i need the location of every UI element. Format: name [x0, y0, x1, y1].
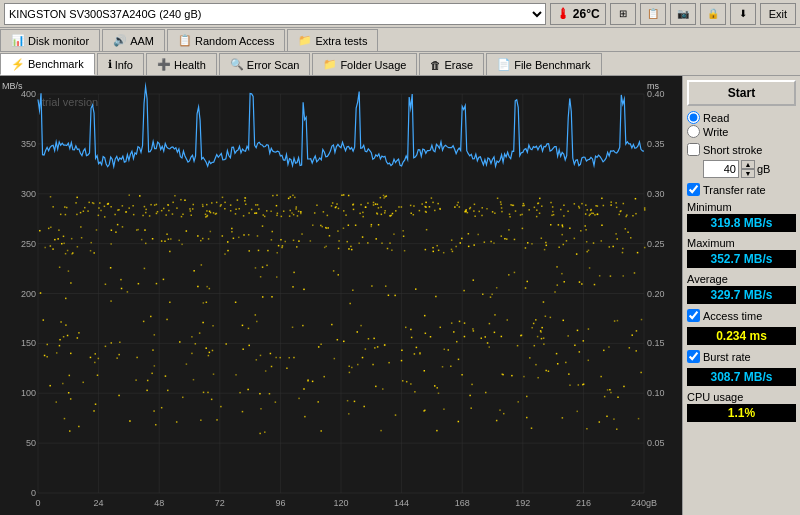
write-radio-label[interactable]: Write: [687, 125, 796, 138]
tab-error-scan[interactable]: 🔍 Error Scan: [219, 53, 311, 75]
tab-folder-usage[interactable]: 📁 Folder Usage: [312, 53, 417, 75]
access-time-value: 0.234 ms: [687, 327, 796, 345]
tab-extra-tests[interactable]: 📁 Extra tests: [287, 29, 378, 51]
tab-health[interactable]: ➕ Health: [146, 53, 217, 75]
stroke-down-btn[interactable]: ▼: [741, 169, 755, 178]
drive-select[interactable]: KINGSTON SV300S37A240G (240 gB): [4, 3, 546, 25]
tab-erase[interactable]: 🗑 Erase: [419, 53, 484, 75]
benchmark-chart: [0, 76, 682, 515]
tab-disk-monitor[interactable]: 📊 Disk monitor: [0, 29, 100, 51]
access-time-checkbox[interactable]: [687, 309, 700, 322]
tab-bar-2: ⚡ Benchmark ℹ Info ➕ Health 🔍 Error Scan…: [0, 52, 800, 76]
folder-usage-icon: 📁: [323, 58, 337, 71]
transfer-rate-checkbox[interactable]: [687, 183, 700, 196]
temperature-display: 🌡 26°C: [550, 3, 606, 25]
info-icon: ℹ: [108, 58, 112, 71]
chart-area: [0, 76, 682, 515]
burst-rate-section: 308.7 MB/s: [687, 368, 796, 386]
tab-file-benchmark[interactable]: 📄 File Benchmark: [486, 53, 601, 75]
extra-tests-icon: 📁: [298, 34, 312, 47]
top-bar: KINGSTON SV300S37A240G (240 gB) 🌡 26°C ⊞…: [0, 0, 800, 28]
health-icon: ➕: [157, 58, 171, 71]
disk-monitor-icon: 📊: [11, 34, 25, 47]
maximum-section: Maximum 352.7 MB/s: [687, 237, 796, 268]
toolbar-btn-2[interactable]: 📋: [640, 3, 666, 25]
thermometer-icon: 🌡: [556, 6, 570, 22]
transfer-rate-checkbox-label[interactable]: Transfer rate: [687, 183, 796, 196]
main-content: Start Read Write Short stroke ▲ ▼ gB: [0, 76, 800, 515]
average-value: 329.7 MB/s: [687, 286, 796, 304]
tab-bar-1: 📊 Disk monitor 🔊 AAM 📋 Random Access 📁 E…: [0, 28, 800, 52]
average-section: Average 329.7 MB/s: [687, 273, 796, 304]
right-panel: Start Read Write Short stroke ▲ ▼ gB: [682, 76, 800, 515]
maximum-value: 352.7 MB/s: [687, 250, 796, 268]
read-write-group: Read Write: [687, 111, 796, 138]
erase-icon: 🗑: [430, 59, 441, 71]
access-time-checkbox-label[interactable]: Access time: [687, 309, 796, 322]
short-stroke-checkbox[interactable]: [687, 143, 700, 156]
tab-info[interactable]: ℹ Info: [97, 53, 144, 75]
cpu-usage-value: 1.1%: [687, 404, 796, 422]
random-access-icon: 📋: [178, 34, 192, 47]
toolbar-btn-4[interactable]: 🔒: [700, 3, 726, 25]
aam-icon: 🔊: [113, 34, 127, 47]
toolbar-btn-3[interactable]: 📷: [670, 3, 696, 25]
toolbar-btn-download[interactable]: ⬇: [730, 3, 756, 25]
file-benchmark-icon: 📄: [497, 58, 511, 71]
stroke-up-btn[interactable]: ▲: [741, 160, 755, 169]
toolbar-btn-1[interactable]: ⊞: [610, 3, 636, 25]
benchmark-icon: ⚡: [11, 58, 25, 71]
exit-button[interactable]: Exit: [760, 3, 796, 25]
stroke-input[interactable]: [703, 160, 739, 178]
short-stroke-checkbox-label[interactable]: Short stroke: [687, 143, 796, 156]
tab-random-access[interactable]: 📋 Random Access: [167, 29, 285, 51]
error-scan-icon: 🔍: [230, 58, 244, 71]
minimum-value: 319.8 MB/s: [687, 214, 796, 232]
read-radio-label[interactable]: Read: [687, 111, 796, 124]
write-radio[interactable]: [687, 125, 700, 138]
burst-rate-value: 308.7 MB/s: [687, 368, 796, 386]
minimum-section: Minimum 319.8 MB/s: [687, 201, 796, 232]
tab-aam[interactable]: 🔊 AAM: [102, 29, 165, 51]
read-radio[interactable]: [687, 111, 700, 124]
temperature-value: 26°C: [573, 7, 600, 21]
stroke-row: ▲ ▼ gB: [703, 160, 796, 178]
stroke-spinner: ▲ ▼: [741, 160, 755, 178]
burst-rate-checkbox-label[interactable]: Burst rate: [687, 350, 796, 363]
access-time-section: 0.234 ms: [687, 327, 796, 345]
start-button[interactable]: Start: [687, 80, 796, 106]
cpu-usage-section: CPU usage 1.1%: [687, 391, 796, 422]
burst-rate-checkbox[interactable]: [687, 350, 700, 363]
tab-benchmark[interactable]: ⚡ Benchmark: [0, 53, 95, 75]
